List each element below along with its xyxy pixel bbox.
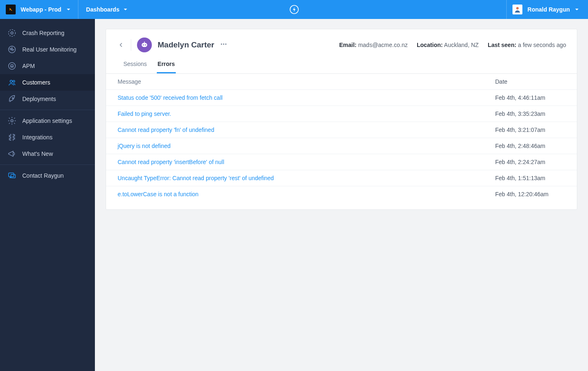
app-logo-icon xyxy=(6,5,16,14)
topbar: Webapp - Prod Dashboards Ronald Raygun xyxy=(0,0,588,19)
svg-rect-13 xyxy=(11,174,15,178)
sidebar-item-integrations[interactable]: Integrations xyxy=(0,129,95,146)
nav-dashboards[interactable]: Dashboards xyxy=(78,0,136,19)
email-label: Email: xyxy=(339,42,357,48)
svg-point-19 xyxy=(223,44,224,45)
customer-location: Location: Auckland, NZ xyxy=(417,42,479,48)
sidebar-item-whats-new[interactable]: What's New xyxy=(0,146,95,162)
svg-point-3 xyxy=(9,30,16,37)
error-date: Feb 4th, 4:46:11am xyxy=(495,94,565,101)
error-link[interactable]: Cannot read property 'insertBefore' of n… xyxy=(118,159,495,165)
table-row: jQuery is not definedFeb 4th, 2:48:46am xyxy=(106,138,577,154)
svg-point-20 xyxy=(225,44,227,45)
table-header: Message Date xyxy=(106,74,577,90)
table-row: Status code '500' received from fetch ca… xyxy=(106,90,577,106)
svg-rect-17 xyxy=(144,42,145,43)
tab-sessions[interactable]: Sessions xyxy=(123,56,148,73)
user-name: Ronald Raygun xyxy=(527,6,570,13)
error-link[interactable]: Status code '500' received from fetch ca… xyxy=(118,94,495,101)
sidebar-item-rum[interactable]: Real User Monitoring xyxy=(0,41,95,58)
svg-point-10 xyxy=(12,98,13,99)
customer-avatar-icon xyxy=(137,38,152,52)
table-row: Cannot read property 'insertBefore' of n… xyxy=(106,154,577,170)
deployments-icon xyxy=(7,94,17,103)
whats-new-icon xyxy=(7,149,17,158)
sidebar-item-label: Deployments xyxy=(22,96,56,102)
sidebar-item-label: Crash Reporting xyxy=(22,30,64,36)
integrations-icon xyxy=(7,133,17,142)
contact-icon xyxy=(7,171,17,180)
sidebar-item-label: Real User Monitoring xyxy=(22,46,77,53)
error-date: Feb 4th, 2:24:27am xyxy=(495,159,565,165)
error-date: Feb 4th, 12:20:46am xyxy=(495,191,565,197)
customer-name: Madelyn Carter xyxy=(158,40,214,49)
error-date: Feb 4th, 3:35:23am xyxy=(495,110,565,117)
col-header-message: Message xyxy=(118,78,495,85)
app-switcher[interactable]: Webapp - Prod xyxy=(0,0,78,19)
col-header-date: Date xyxy=(495,78,565,85)
svg-point-18 xyxy=(221,44,222,45)
error-date: Feb 4th, 2:48:46am xyxy=(495,143,565,149)
more-actions-button[interactable] xyxy=(220,40,227,49)
table-row: Cannot read property 'fn' of undefinedFe… xyxy=(106,122,577,138)
svg-point-15 xyxy=(143,45,144,46)
caret-down-icon xyxy=(66,7,71,12)
customer-lastseen: Last seen: a few seconds ago xyxy=(488,42,566,48)
location-value: Auckland, NZ xyxy=(444,42,479,48)
sidebar-item-apm[interactable]: APM xyxy=(0,58,95,74)
svg-point-16 xyxy=(145,45,146,46)
sidebar-item-app-settings[interactable]: Application settings xyxy=(0,113,95,129)
tab-errors[interactable]: Errors xyxy=(157,56,176,73)
caret-down-icon xyxy=(123,7,128,12)
error-link[interactable]: Uncaught TypeError: Cannot read property… xyxy=(118,175,495,181)
email-value: mads@acme.co.nz xyxy=(358,42,408,48)
error-table: Message Date Status code '500' received … xyxy=(106,74,577,209)
error-link[interactable]: Failed to ping server. xyxy=(118,110,495,117)
customer-email: Email: mads@acme.co.nz xyxy=(339,42,408,48)
apm-icon xyxy=(7,61,17,70)
svg-point-2 xyxy=(516,7,519,9)
divider xyxy=(131,39,131,51)
lastseen-value: a few seconds ago xyxy=(518,42,566,48)
sidebar: Crash ReportingReal User MonitoringAPMCu… xyxy=(0,19,95,371)
brand-bolt-icon xyxy=(289,5,299,16)
sidebar-item-customers[interactable]: Customers xyxy=(0,74,95,91)
error-link[interactable]: e.toLowerCase is not a function xyxy=(118,191,495,197)
sidebar-item-label: Integrations xyxy=(22,134,52,141)
customers-icon xyxy=(7,78,17,87)
user-avatar-icon xyxy=(512,5,522,14)
table-row: e.toLowerCase is not a functionFeb 4th, … xyxy=(106,186,577,202)
app-name: Webapp - Prod xyxy=(21,6,61,13)
user-menu[interactable]: Ronald Raygun xyxy=(507,0,588,19)
content: Madelyn Carter Email: mads@acme.co.nz Lo… xyxy=(95,19,588,371)
location-label: Location: xyxy=(417,42,443,48)
sidebar-item-label: APM xyxy=(22,63,35,69)
svg-point-4 xyxy=(11,32,13,34)
customer-panel: Madelyn Carter Email: mads@acme.co.nz Lo… xyxy=(106,29,577,210)
app-settings-icon xyxy=(7,116,17,125)
error-link[interactable]: Cannot read property 'fn' of undefined xyxy=(118,127,495,133)
table-row: Failed to ping server.Feb 4th, 3:35:23am xyxy=(106,106,577,122)
back-button[interactable] xyxy=(117,41,125,49)
customer-tabs: SessionsErrors xyxy=(106,52,577,74)
sidebar-item-label: Customers xyxy=(22,79,50,86)
sidebar-item-crash-reporting[interactable]: Crash Reporting xyxy=(0,25,95,41)
svg-point-9 xyxy=(13,80,14,82)
svg-point-6 xyxy=(9,63,16,70)
error-date: Feb 4th, 1:51:13am xyxy=(495,175,565,181)
caret-down-icon xyxy=(575,7,579,12)
svg-rect-14 xyxy=(142,43,147,47)
sidebar-item-label: Application settings xyxy=(22,117,72,124)
sidebar-item-contact[interactable]: Contact Raygun xyxy=(0,167,95,184)
table-row: Uncaught TypeError: Cannot read property… xyxy=(106,170,577,186)
svg-point-8 xyxy=(10,80,12,83)
sidebar-item-deployments[interactable]: Deployments xyxy=(0,91,95,107)
crash-reporting-icon xyxy=(7,28,17,38)
error-date: Feb 4th, 3:21:07am xyxy=(495,127,565,133)
customer-header: Madelyn Carter Email: mads@acme.co.nz Lo… xyxy=(106,29,577,52)
rum-icon xyxy=(7,45,17,54)
lastseen-label: Last seen: xyxy=(488,42,516,48)
svg-point-11 xyxy=(11,120,13,122)
sidebar-item-label: Contact Raygun xyxy=(22,172,64,179)
error-link[interactable]: jQuery is not defined xyxy=(118,143,495,149)
